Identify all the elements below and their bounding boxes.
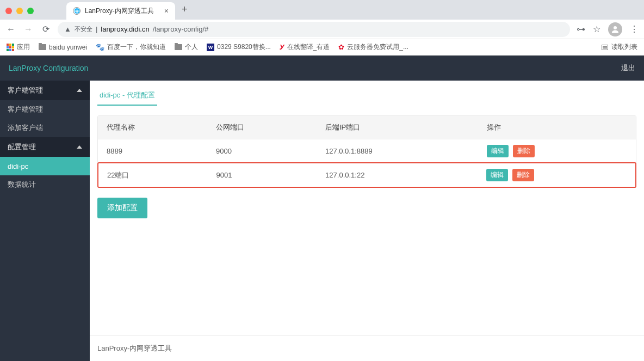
bookmarks-bar: 应用 baidu yunwei 🐾百度一下，你就知道 个人 W0329 S982…: [0, 39, 644, 56]
bookmark-item[interactable]: ✿云服务器免费试用_...: [338, 42, 408, 52]
edit-button[interactable]: 编辑: [486, 169, 508, 181]
youdao-icon: У: [280, 43, 284, 51]
sidebar-section-config[interactable]: 配置管理: [0, 137, 90, 157]
bookmark-item[interactable]: У在线翻译_有道: [280, 42, 330, 52]
cell-backend: 127.0.0.1:8889: [325, 147, 487, 155]
col-backend: 后端IP端口: [325, 123, 487, 132]
url-host: lanproxy.didi.cn: [101, 25, 149, 33]
footer: LanProxy-内网穿透工具: [90, 335, 644, 361]
table-row: 8889 9000 127.0.0.1:8889 编辑 删除: [98, 139, 636, 163]
tab-title: LanProxy-内网穿透工具: [85, 7, 154, 16]
bookmark-item[interactable]: 🐾百度一下，你就知道: [96, 42, 166, 52]
folder-icon: [175, 44, 182, 50]
col-name: 代理名称: [107, 123, 216, 132]
bookmark-item[interactable]: 个人: [175, 42, 198, 52]
back-button[interactable]: ←: [5, 25, 16, 34]
url-path: /lanproxy-config/#: [153, 25, 209, 33]
apps-shortcut[interactable]: 应用: [7, 42, 30, 52]
browser-tab-strip: 🌐 LanProxy-内网穿透工具 × +: [0, 0, 644, 20]
browser-tab[interactable]: 🌐 LanProxy-内网穿透工具 ×: [66, 2, 175, 20]
table-header: 代理名称 公网端口 后端IP端口 操作: [98, 116, 636, 139]
app-header: LanProxy Configuration 退出: [0, 56, 644, 81]
close-window-button[interactable]: [5, 8, 12, 14]
apps-grid-icon: [7, 44, 14, 51]
w-icon: W: [207, 44, 214, 51]
reload-button[interactable]: ⟳: [40, 24, 51, 34]
cell-name: 8889: [107, 147, 216, 155]
sidebar-section-client[interactable]: 客户端管理: [0, 81, 90, 100]
cell-port: 9001: [216, 171, 326, 179]
paw-icon: 🐾: [96, 43, 104, 51]
sidebar-item-didi-pc[interactable]: didi-pc: [0, 157, 90, 175]
minimize-window-button[interactable]: [16, 8, 23, 14]
cell-port: 9000: [216, 147, 325, 155]
app-title: LanProxy Configuration: [9, 64, 88, 72]
profile-avatar[interactable]: [608, 22, 622, 36]
proxy-table: 代理名称 公网端口 后端IP端口 操作 8889 9000 127.0.0.1:…: [97, 115, 636, 188]
cell-name: 22端口: [107, 170, 216, 180]
delete-button[interactable]: 删除: [512, 169, 534, 181]
key-icon[interactable]: ⊶: [577, 24, 585, 34]
forward-button[interactable]: →: [23, 25, 34, 34]
col-actions: 操作: [487, 123, 627, 132]
logout-link[interactable]: 退出: [621, 63, 635, 73]
insecure-label: 不安全: [75, 25, 92, 33]
browser-toolbar: ← → ⟳ ▲ 不安全 | lanproxy.didi.cn/lanproxy-…: [0, 20, 644, 39]
bookmark-star-icon[interactable]: ☆: [593, 24, 600, 34]
svg-point-0: [614, 26, 617, 29]
menu-icon[interactable]: ⋮: [630, 24, 639, 34]
chevron-up-icon: [77, 89, 82, 92]
huawei-icon: ✿: [338, 43, 344, 51]
maximize-window-button[interactable]: [27, 8, 34, 14]
edit-button[interactable]: 编辑: [487, 145, 509, 157]
sidebar-item-client-add[interactable]: 添加客户端: [0, 119, 90, 137]
warning-icon: ▲: [64, 25, 71, 33]
address-bar[interactable]: ▲ 不安全 | lanproxy.didi.cn/lanproxy-config…: [58, 22, 570, 37]
reading-list[interactable]: 读取列表: [602, 42, 637, 52]
table-row: 22端口 9001 127.0.0.1:22 编辑 删除: [97, 162, 636, 188]
bookmark-item[interactable]: W0329 S9820替换...: [207, 42, 271, 52]
new-tab-button[interactable]: +: [182, 4, 188, 15]
sidebar-item-stats[interactable]: 数据统计: [0, 175, 90, 194]
add-config-button[interactable]: 添加配置: [97, 198, 147, 218]
chevron-up-icon: [77, 145, 82, 149]
close-tab-icon[interactable]: ×: [164, 7, 169, 15]
page-tab[interactable]: didi-pc - 代理配置: [97, 86, 157, 106]
main-content: didi-pc - 代理配置 代理名称 公网端口 后端IP端口 操作 8889 …: [90, 81, 644, 361]
globe-icon: 🌐: [73, 7, 81, 15]
list-icon: [602, 45, 608, 50]
apps-label: 应用: [17, 42, 30, 52]
folder-icon: [39, 44, 46, 50]
col-port: 公网端口: [216, 123, 325, 132]
cell-backend: 127.0.0.1:22: [325, 171, 486, 179]
sidebar-item-client-manage[interactable]: 客户端管理: [0, 100, 90, 119]
bookmark-item[interactable]: baidu yunwei: [39, 44, 87, 51]
delete-button[interactable]: 删除: [513, 145, 535, 157]
sidebar: 客户端管理 客户端管理 添加客户端 配置管理 didi-pc 数据统计: [0, 81, 90, 361]
window-controls: [5, 8, 34, 14]
